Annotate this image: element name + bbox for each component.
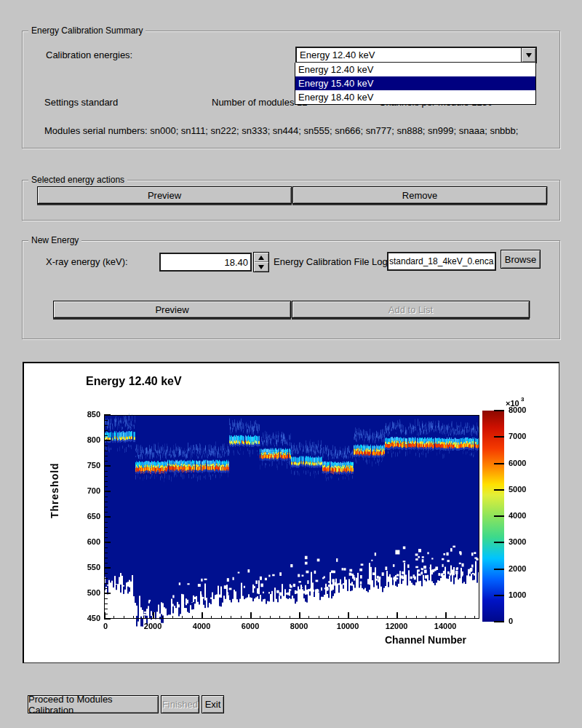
new-energy-group-title: New Energy xyxy=(28,235,81,245)
module-serials-label: Modules serial numbers: sn000; sn111; sn… xyxy=(44,125,518,136)
spin-down-button[interactable] xyxy=(254,262,268,272)
selected-energy-actions-group: Selected energy actions Preview Remove xyxy=(22,180,560,221)
proceed-to-modules-calibration-button[interactable]: Proceed to Modules Calibration xyxy=(28,695,159,713)
file-log-label: Energy Calibration File Log xyxy=(274,256,388,267)
combobox-dropdown-button[interactable] xyxy=(521,48,535,62)
threshold-scan-heatmap xyxy=(24,363,561,665)
xray-energy-input[interactable] xyxy=(159,253,252,272)
combobox-value: Energy 12.40 keV xyxy=(300,50,375,60)
dropdown-option-3[interactable]: Energy 18.40 keV xyxy=(295,90,535,104)
spin-up-button[interactable] xyxy=(254,253,268,262)
arrow-up-icon xyxy=(258,256,264,260)
xray-energy-stepper xyxy=(253,252,269,272)
dropdown-option-1[interactable]: Energy 12.40 keV xyxy=(295,63,535,76)
dropdown-option-2[interactable]: Energy 15.40 keV xyxy=(295,76,535,90)
calibration-energies-combobox[interactable]: Energy 12.40 keV xyxy=(295,47,537,63)
plot-y-axis-label: Threshold xyxy=(49,407,63,574)
energy-calibration-window: { "summary": { "title": "Energy Calibrat… xyxy=(0,0,582,728)
preview-new-button[interactable]: Preview xyxy=(53,301,291,318)
settings-label: Settings standard xyxy=(44,97,118,108)
summary-group-title: Energy Calibration Summary xyxy=(28,25,146,36)
calibration-plot-panel: Energy 12.40 keV Threshold Channel Numbe… xyxy=(23,362,559,663)
calibration-energies-dropdown-list: Energy 12.40 keV Energy 15.40 keV Energy… xyxy=(295,63,536,105)
browse-button[interactable]: Browse xyxy=(501,250,541,269)
add-to-list-button[interactable]: Add to List xyxy=(292,301,530,318)
arrow-down-icon xyxy=(258,265,264,269)
xray-energy-label: X-ray energy (keV): xyxy=(46,256,128,267)
actions-group-title: Selected energy actions xyxy=(28,175,127,185)
calibration-energies-label: Calibration energies: xyxy=(46,50,132,60)
finished-button[interactable]: Finished xyxy=(161,695,199,713)
chevron-down-icon xyxy=(526,53,532,58)
exit-button[interactable]: Exit xyxy=(202,695,224,713)
plot-x-axis-label: Channel Number xyxy=(337,634,466,646)
file-log-input[interactable] xyxy=(387,252,496,271)
modules-count-label: Number of modules 12 xyxy=(212,97,308,108)
preview-selected-button[interactable]: Preview xyxy=(37,186,292,204)
new-energy-group: New Energy X-ray energy (keV): Energy Ca… xyxy=(22,240,560,339)
remove-selected-button[interactable]: Remove xyxy=(292,186,547,204)
plot-title: Energy 12.40 keV xyxy=(86,375,182,388)
